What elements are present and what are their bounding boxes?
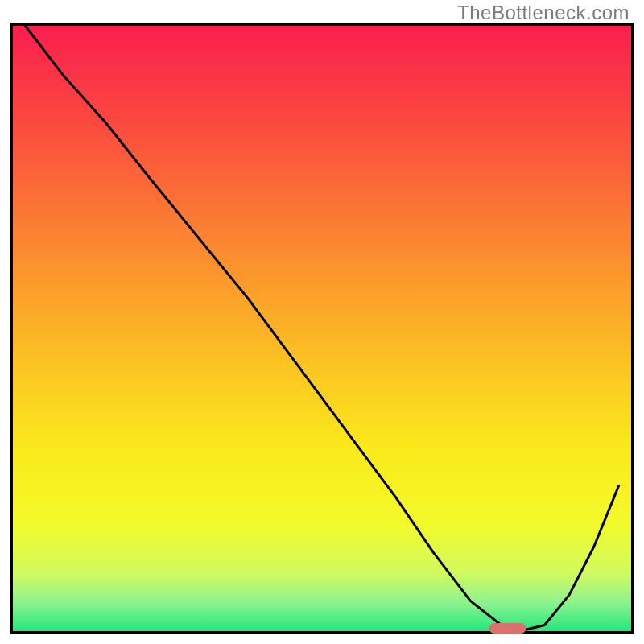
chart-frame: TheBottleneck.com (0, 0, 644, 644)
optimal-point (489, 623, 526, 634)
gradient-background (11, 24, 633, 633)
attribution-label: TheBottleneck.com (457, 2, 630, 24)
bottleneck-chart (0, 0, 644, 644)
